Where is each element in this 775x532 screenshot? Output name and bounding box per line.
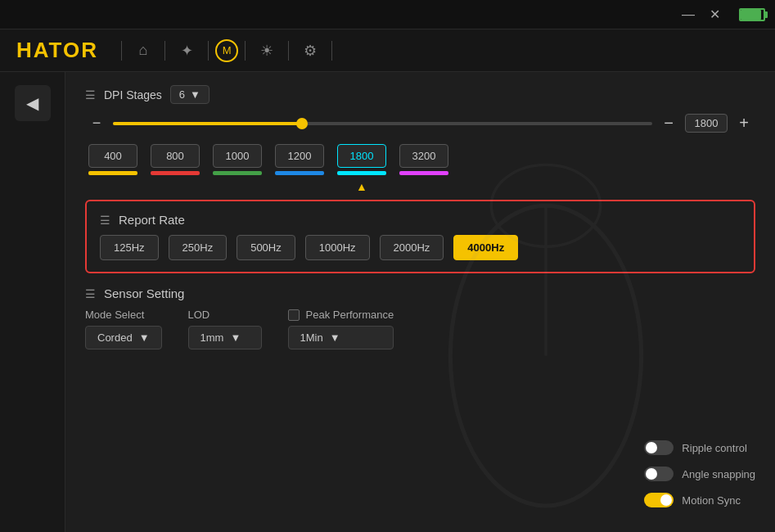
sensor-setting-title: Sensor Setting	[104, 286, 184, 300]
dpi-slider-track[interactable]	[113, 122, 652, 125]
lod-group: LOD 1mm ▼	[188, 309, 262, 349]
dpi-box-value-1200: 1200	[275, 144, 324, 168]
dpi-box-400[interactable]: 400	[88, 144, 137, 193]
crosshair-nav-icon[interactable]: ✦	[172, 36, 201, 65]
toggle-row-0: Ripple control	[644, 440, 755, 455]
rate-btn-500hz[interactable]: 500Hz	[237, 235, 295, 260]
dpi-minus-button[interactable]: −	[88, 115, 105, 132]
nav-divider-6	[331, 41, 332, 61]
mode-select-value: Corded	[97, 331, 133, 344]
nav-divider-1	[121, 41, 122, 61]
dpi-box-1000[interactable]: 1000	[213, 144, 262, 193]
toggle-row-1: Angle snapping	[644, 467, 755, 481]
nav-bar: HATOR ⌂ ✦ M ☀ ⚙	[0, 29, 775, 72]
title-bar-controls: — ✕	[680, 7, 765, 22]
rate-btn-2000hz[interactable]: 2000Hz	[380, 235, 444, 260]
toggle-label-0: Ripple control	[682, 442, 747, 454]
dpi-color-bar-800	[151, 171, 200, 175]
peak-performance-dropdown[interactable]: 1Min ▼	[288, 326, 394, 349]
toggle-knob-0	[646, 442, 657, 453]
settings-nav-icon[interactable]: ⚙	[295, 36, 325, 65]
dpi-box-value-1800: 1800	[337, 144, 386, 168]
dpi-box-value-1000: 1000	[213, 144, 262, 168]
nav-divider-3	[208, 41, 209, 61]
dpi-box-value-800: 800	[151, 144, 200, 168]
mode-select-chevron-icon: ▼	[139, 331, 150, 344]
rate-btn-1000hz[interactable]: 1000Hz	[305, 235, 370, 260]
rate-btn-4000hz[interactable]: 4000Hz	[453, 235, 518, 260]
dpi-box-value-3200: 3200	[399, 144, 448, 168]
peak-performance-value: 1Min	[300, 331, 323, 344]
lod-value: 1mm	[201, 331, 224, 344]
dpi-stages-dropdown[interactable]: 6 ▼	[170, 85, 210, 104]
dpi-color-bar-1200	[275, 171, 324, 175]
dpi-selected-arrow-icon: ▲	[356, 180, 367, 193]
peak-performance-header: Peak Performance	[288, 309, 394, 321]
dpi-box-value-400: 400	[88, 144, 137, 168]
report-rate-buttons: 125Hz250Hz500Hz1000Hz2000Hz4000Hz	[100, 235, 741, 260]
sensor-menu-icon[interactable]: ☰	[85, 287, 96, 300]
toggle-switch-1[interactable]	[644, 467, 674, 481]
dpi-color-bar-1000	[213, 171, 262, 175]
dpi-slider-row: − − 1800 +	[85, 114, 755, 133]
dpi-box-1200[interactable]: 1200	[275, 144, 324, 193]
dpi-slider-thumb[interactable]	[296, 118, 308, 129]
dpi-value-box[interactable]: 1800	[685, 114, 728, 133]
logo: HATOR	[16, 38, 98, 63]
mode-nav-icon[interactable]: M	[215, 39, 238, 62]
back-arrow-icon: ◀	[26, 93, 38, 113]
toggle-knob-2	[660, 494, 672, 506]
dpi-label: DPI Stages	[104, 88, 162, 101]
dpi-box-3200[interactable]: 3200	[399, 144, 448, 193]
toggle-label-2: Motion Sync	[682, 494, 741, 507]
peak-performance-chevron-icon: ▼	[330, 331, 340, 344]
content-panel: ☰ DPI Stages 6 ▼ − − 1800 + 400800100012…	[65, 72, 775, 532]
toggle-switch-2[interactable]	[644, 493, 674, 507]
nav-divider-5	[288, 41, 289, 61]
back-button[interactable]: ◀	[15, 85, 51, 121]
brightness-nav-icon[interactable]: ☀	[252, 36, 282, 65]
dpi-box-1800[interactable]: 1800▲	[337, 144, 386, 193]
dpi-color-bar-400	[88, 171, 137, 175]
report-rate-section: ☰ Report Rate 125Hz250Hz500Hz1000Hz2000H…	[85, 200, 755, 273]
dpi-stages-row: ☰ DPI Stages 6 ▼	[85, 85, 755, 104]
dpi-boxes-row: 400800100012001800▲3200	[85, 144, 755, 193]
toggle-knob-1	[646, 468, 657, 480]
toggle-switch-0[interactable]	[644, 440, 674, 455]
right-toggles: Ripple controlAngle snappingMotion Sync	[644, 440, 755, 507]
report-rate-title: Report Rate	[119, 213, 185, 227]
rate-btn-250hz[interactable]: 250Hz	[169, 235, 228, 260]
dpi-menu-icon[interactable]: ☰	[85, 88, 96, 101]
minimize-button[interactable]: —	[680, 7, 696, 22]
dpi-box-800[interactable]: 800	[151, 144, 200, 193]
nav-divider-2	[164, 41, 165, 61]
nav-divider-4	[245, 41, 246, 61]
report-rate-header: ☰ Report Rate	[100, 213, 741, 227]
dpi-plus-button[interactable]: −	[660, 114, 677, 133]
toggle-label-1: Angle snapping	[682, 468, 755, 480]
dpi-color-bar-1800	[337, 171, 386, 175]
mode-select-label: Mode Select	[85, 309, 162, 321]
peak-performance-checkbox[interactable]	[288, 309, 300, 321]
title-bar: — ✕	[0, 0, 775, 29]
sidebar: ◀	[0, 72, 65, 532]
lod-chevron-icon: ▼	[230, 331, 241, 344]
dpi-stages-value: 6	[179, 88, 185, 101]
peak-performance-group: Peak Performance 1Min ▼	[288, 309, 394, 349]
battery-icon	[739, 8, 765, 21]
mode-select-dropdown[interactable]: Corded ▼	[85, 326, 162, 349]
lod-dropdown[interactable]: 1mm ▼	[188, 326, 262, 349]
home-nav-icon[interactable]: ⌂	[128, 36, 158, 65]
peak-performance-label: Peak Performance	[306, 309, 394, 321]
toggle-row-2: Motion Sync	[644, 493, 755, 507]
dpi-color-bar-3200	[399, 171, 448, 175]
dpi-slider-fill	[113, 122, 302, 125]
close-button[interactable]: ✕	[706, 7, 723, 22]
report-rate-menu-icon[interactable]: ☰	[100, 214, 110, 227]
rate-btn-125hz[interactable]: 125Hz	[100, 235, 159, 260]
dpi-add-button[interactable]: +	[736, 114, 752, 133]
dpi-stages-chevron-icon: ▼	[190, 88, 201, 101]
battery-fill	[741, 10, 761, 20]
sensor-setting-header: ☰ Sensor Setting	[85, 286, 755, 300]
lod-label: LOD	[188, 309, 262, 321]
